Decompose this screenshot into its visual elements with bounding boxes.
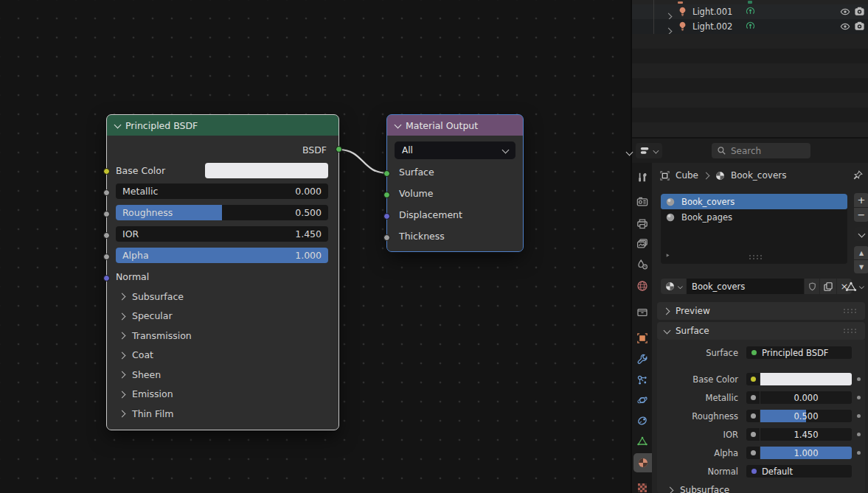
base-color-input-toggle[interactable] [746, 373, 760, 385]
chevron-down-icon[interactable] [395, 122, 400, 128]
outliner-row-light-001[interactable]: Light.001 [632, 4, 868, 19]
roughness-slider[interactable]: 0.500 [760, 410, 852, 422]
ior-slider[interactable]: IOR 1.450 [116, 226, 328, 242]
ior-slider[interactable]: 1.450 [760, 428, 852, 441]
tab-object-data[interactable] [632, 432, 652, 451]
surface-shader-selector[interactable]: Principled BSDF [746, 346, 852, 359]
search-input[interactable]: Search [712, 143, 810, 158]
move-slot-up-button[interactable]: ▲ [854, 246, 868, 259]
decorator-dot[interactable] [857, 377, 861, 381]
material-link-dropdown[interactable] [845, 279, 864, 294]
header-options-chevron[interactable] [626, 150, 632, 155]
roughness-slider[interactable]: Roughness 0.500 [116, 205, 328, 220]
node-principled-bsdf[interactable]: Principled BSDF BSDF Base Color Metallic… [107, 115, 338, 430]
tab-world[interactable] [632, 276, 652, 296]
node-principled-header[interactable]: Principled BSDF [107, 115, 338, 136]
browse-material-button[interactable] [661, 279, 686, 294]
tab-tool[interactable] [632, 168, 652, 187]
metallic-label: Metallic [657, 393, 746, 403]
section-transmission[interactable]: Transmission [107, 326, 338, 346]
socket-volume[interactable] [383, 192, 390, 198]
fake-user-button[interactable] [804, 279, 819, 294]
eye-icon[interactable] [840, 21, 850, 32]
socket-roughness[interactable] [103, 211, 110, 217]
section-coat[interactable]: Coat [107, 346, 338, 366]
tab-scene[interactable] [632, 255, 652, 274]
outliner-row-light-002[interactable]: Light.002 [632, 19, 868, 34]
grip-icon[interactable] [842, 328, 858, 334]
section-thin-film[interactable]: Thin Film [107, 404, 338, 424]
socket-metallic[interactable] [103, 189, 110, 196]
tab-texture[interactable] [632, 478, 652, 493]
base-color-swatch[interactable] [760, 373, 852, 385]
breadcrumb-material[interactable]: Book_covers [731, 170, 786, 181]
normal-input[interactable]: Default [746, 465, 852, 478]
section-specular[interactable]: Specular [107, 307, 338, 326]
grip-icon[interactable] [748, 254, 764, 260]
node-output-header[interactable]: Material Output [387, 115, 523, 136]
socket-alpha[interactable] [103, 254, 110, 260]
outliner-item-label[interactable]: Light.001 [692, 7, 732, 17]
tab-render[interactable] [632, 192, 652, 211]
properties-tab-column [632, 163, 652, 493]
add-slot-button[interactable]: + [854, 193, 868, 207]
camera-icon[interactable] [854, 6, 865, 17]
ior-input-toggle[interactable] [746, 428, 760, 441]
eye-icon[interactable] [840, 7, 850, 17]
panel-surface[interactable]: Surface [657, 322, 865, 340]
tab-view-layer[interactable] [632, 234, 652, 254]
tab-output[interactable] [632, 214, 652, 234]
material-name-field[interactable]: Book_covers [686, 279, 804, 294]
socket-bsdf-output[interactable] [336, 146, 342, 153]
section-subsurface[interactable]: Subsurface [107, 287, 338, 307]
alpha-slider[interactable]: 1.000 [760, 447, 852, 459]
slot-book-covers[interactable]: Book_covers [661, 194, 847, 209]
remove-slot-button[interactable]: − [854, 208, 868, 222]
move-slot-down-button[interactable]: ▼ [854, 260, 868, 273]
socket-surface[interactable] [383, 170, 390, 177]
decorator-dot[interactable] [857, 433, 861, 436]
decorator-dot[interactable] [857, 396, 861, 399]
tab-material[interactable] [633, 453, 652, 472]
socket-displacement[interactable] [383, 213, 390, 220]
tab-particles[interactable] [632, 371, 652, 390]
socket-base-color[interactable] [103, 168, 110, 175]
expand-icon[interactable] [666, 28, 672, 34]
duplicate-material-button[interactable] [819, 279, 836, 294]
socket-normal[interactable] [103, 275, 110, 282]
base-color-swatch[interactable] [205, 163, 328, 178]
alpha-slider[interactable]: Alpha 1.000 [116, 248, 328, 263]
metallic-slider[interactable]: 0.000 [760, 391, 852, 404]
pin-icon[interactable] [853, 169, 864, 181]
section-emission[interactable]: Emission [107, 385, 338, 405]
metallic-input-toggle[interactable] [746, 391, 760, 404]
camera-icon[interactable] [854, 21, 865, 32]
slot-book-pages[interactable]: Book_pages [661, 209, 847, 225]
roughness-input-toggle[interactable] [746, 410, 760, 422]
node-material-output[interactable]: Material Output All Surface Volume Displ… [387, 115, 523, 251]
outliner-item-label[interactable]: Light.002 [692, 21, 732, 32]
subpanel-subsurface[interactable]: Subsurface [657, 483, 865, 493]
shader-editor-canvas[interactable]: Principled BSDF BSDF Base Color Metallic… [0, 0, 631, 493]
slot-specials-button[interactable] [854, 227, 868, 241]
editor-type-button[interactable] [636, 143, 662, 158]
section-sheen[interactable]: Sheen [107, 365, 338, 385]
tab-collection[interactable] [632, 302, 652, 321]
panel-preview[interactable]: Preview [657, 302, 865, 320]
tab-physics[interactable] [632, 391, 652, 410]
socket-thickness[interactable] [383, 234, 390, 241]
output-target-dropdown[interactable]: All [395, 141, 515, 159]
filter-triangle-icon[interactable] [665, 253, 672, 259]
breadcrumb-object[interactable]: Cube [676, 170, 698, 181]
socket-ior[interactable] [103, 232, 110, 239]
tab-object[interactable] [632, 329, 652, 348]
decorator-dot[interactable] [857, 451, 861, 455]
tab-modifiers[interactable] [632, 350, 652, 369]
metallic-slider[interactable]: Metallic 0.000 [116, 183, 328, 199]
decorator-dot[interactable] [857, 414, 861, 418]
grip-icon[interactable] [842, 308, 858, 314]
expand-icon[interactable] [666, 13, 672, 19]
tab-constraints[interactable] [632, 411, 652, 430]
alpha-input-toggle[interactable] [746, 447, 760, 459]
chevron-down-icon[interactable] [114, 122, 120, 128]
